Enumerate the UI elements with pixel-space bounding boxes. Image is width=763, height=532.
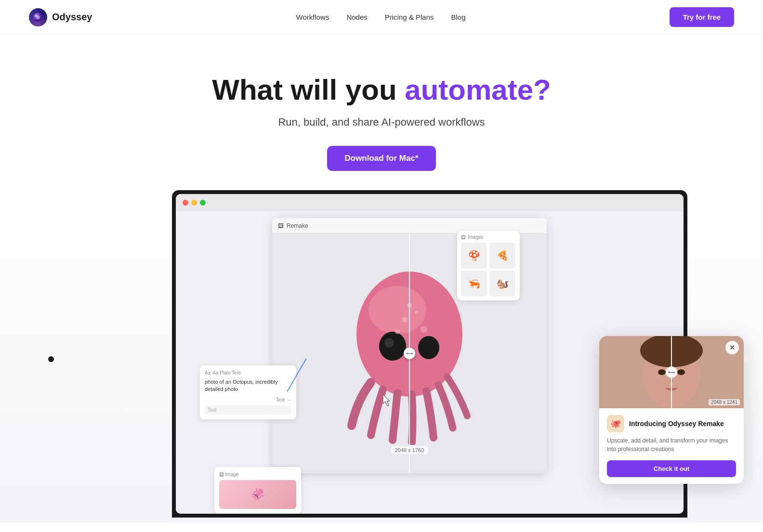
side-dot-left bbox=[48, 356, 54, 362]
image-node-title: Image bbox=[225, 472, 239, 477]
window-bar bbox=[176, 194, 684, 211]
monitor-wrap: 🖼 Remake bbox=[117, 190, 646, 522]
logo[interactable]: Odyssey bbox=[29, 8, 92, 26]
svg-point-9 bbox=[415, 311, 419, 314]
images-panel-title: 🖼 Images bbox=[461, 234, 516, 240]
hero-section: What will you automate? Run, build, and … bbox=[0, 35, 763, 190]
popup-description: Upscale, add detail, and transform your … bbox=[607, 436, 736, 454]
hero-title-part1: What will you bbox=[212, 74, 405, 106]
nav-blog[interactable]: Blog bbox=[451, 13, 465, 21]
svg-point-8 bbox=[402, 317, 408, 323]
hero-title: What will you automate? bbox=[0, 73, 763, 106]
window-minimize-dot bbox=[191, 200, 197, 206]
image-dimension-label: 2048 x 1760 bbox=[391, 446, 428, 454]
navbar: Odyssey Workflows Nodes Pricing & Plans … bbox=[0, 0, 763, 35]
popup-dim-label: 2048 x 1241 bbox=[709, 399, 740, 405]
image-node-preview: 🦑 bbox=[219, 480, 296, 509]
download-mac-button[interactable]: Download for Mac* bbox=[327, 146, 435, 171]
svg-point-2 bbox=[35, 15, 37, 17]
svg-point-7 bbox=[418, 336, 439, 359]
hero-subtitle: Run, build, and share AI-powered workflo… bbox=[0, 116, 763, 129]
images-panel: 🖼 Images 🍄 🍕 🦐 🐿️ bbox=[457, 231, 520, 300]
window-close-dot bbox=[183, 200, 188, 206]
popup-app-icon: 🐙 bbox=[607, 415, 624, 432]
popup-header: ⟷ ✕ 2048 x 1241 bbox=[599, 336, 744, 408]
try-for-free-button[interactable]: Try for free bbox=[670, 7, 734, 27]
text-node-header: Aa Aa Plain Text bbox=[205, 370, 291, 376]
text-node-card: Aa Aa Plain Text photo of an Octopus, in… bbox=[200, 365, 296, 419]
images-grid: 🍄 🍕 🦐 🐿️ bbox=[461, 243, 516, 297]
images-panel-icon: 🖼 bbox=[461, 234, 466, 240]
remake-title: Remake bbox=[287, 222, 308, 229]
popup-title: Introducing Odyssey Remake bbox=[629, 420, 724, 428]
nav-workflows[interactable]: Workflows bbox=[296, 13, 329, 21]
logo-icon bbox=[29, 8, 47, 26]
nav-nodes[interactable]: Nodes bbox=[346, 13, 367, 21]
popup-close-button[interactable]: ✕ bbox=[725, 341, 739, 354]
text-node-content: photo of an Octopus, incredibly detailed… bbox=[205, 378, 291, 393]
svg-point-6 bbox=[384, 338, 394, 348]
text-node-input: Text bbox=[205, 405, 291, 415]
svg-point-16 bbox=[658, 369, 666, 375]
hero-title-highlight: automate? bbox=[405, 74, 551, 106]
image-thumb-2: 🍕 bbox=[489, 243, 515, 269]
images-panel-label: Images bbox=[468, 234, 484, 240]
text-node-title: Aa Plain Text bbox=[212, 370, 240, 376]
popup-card: ⟷ ✕ 2048 x 1241 🐙 Introducing Odyssey Re… bbox=[599, 336, 744, 484]
text-node-arrow: → bbox=[287, 397, 291, 402]
image-thumb-4: 🐿️ bbox=[489, 271, 515, 297]
remake-icon: 🖼 bbox=[278, 222, 284, 229]
text-node-footer: Text → bbox=[205, 397, 291, 402]
nav-pricing[interactable]: Pricing & Plans bbox=[385, 13, 434, 21]
popup-portrait: ⟷ bbox=[599, 336, 744, 408]
image-node-card: 🖼 Image 🦑 bbox=[214, 467, 301, 514]
svg-point-17 bbox=[677, 369, 685, 375]
image-thumb-3: 🦐 bbox=[461, 271, 487, 297]
popup-title-row: 🐙 Introducing Odyssey Remake bbox=[607, 415, 736, 432]
svg-point-10 bbox=[395, 329, 400, 334]
image-node-header: 🖼 Image bbox=[219, 472, 296, 477]
navbar-nav: Workflows Nodes Pricing & Plans Blog bbox=[296, 13, 466, 21]
svg-text:⟷: ⟷ bbox=[668, 370, 675, 375]
popup-body: 🐙 Introducing Odyssey Remake Upscale, ad… bbox=[599, 408, 744, 484]
text-node-label: Text bbox=[276, 397, 285, 402]
content-area: 🖼 Remake bbox=[0, 190, 763, 522]
image-slider-handle[interactable]: ⟷ bbox=[404, 348, 415, 359]
text-node-icon: Aa bbox=[205, 370, 210, 376]
window-maximize-dot bbox=[200, 200, 206, 206]
logo-text: Odyssey bbox=[52, 12, 92, 23]
popup-check-button[interactable]: Check it out bbox=[607, 460, 736, 477]
image-thumb-1: 🍄 bbox=[461, 243, 487, 269]
image-node-icon: 🖼 bbox=[219, 472, 224, 477]
svg-point-11 bbox=[421, 326, 427, 333]
svg-point-4 bbox=[368, 286, 426, 334]
